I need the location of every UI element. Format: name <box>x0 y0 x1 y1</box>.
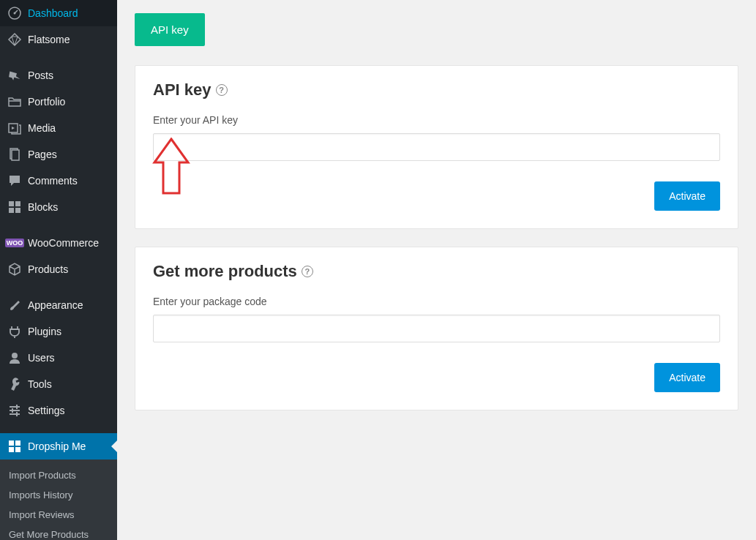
sidebar-item-settings[interactable]: Settings <box>0 397 117 424</box>
users-icon <box>7 350 22 365</box>
svg-rect-10 <box>10 406 20 408</box>
sidebar-item-label: Settings <box>28 405 65 416</box>
svg-rect-8 <box>15 208 20 213</box>
sidebar-item-comments[interactable]: Comments <box>0 168 117 194</box>
sidebar-item-plugins[interactable]: Plugins <box>0 318 117 345</box>
panel-heading: API key ? <box>153 80 720 100</box>
submenu-item-import-products[interactable]: Import Products <box>0 465 117 485</box>
sidebar-item-label: Dashboard <box>28 7 78 19</box>
sidebar-item-label: Products <box>28 263 68 275</box>
main-content: API key API key ? Enter your API key Act… <box>117 0 756 540</box>
pin-icon <box>7 68 22 83</box>
dashboard-icon <box>7 6 22 20</box>
tools-icon <box>7 377 22 391</box>
sidebar-item-dashboard[interactable]: Dashboard <box>0 0 117 26</box>
sidebar-item-tools[interactable]: Tools <box>0 371 117 397</box>
package-code-input[interactable] <box>153 315 720 342</box>
sidebar-item-blocks[interactable]: Blocks <box>0 194 117 220</box>
sidebar-item-label: Tools <box>28 378 52 390</box>
submenu-item-import-reviews[interactable]: Import Reviews <box>0 505 117 525</box>
sidebar-item-products[interactable]: Products <box>0 256 117 282</box>
sidebar-item-label: Blocks <box>28 201 58 213</box>
svg-rect-5 <box>9 201 14 206</box>
tab-api-key[interactable]: API key <box>135 13 205 46</box>
svg-rect-13 <box>16 405 18 409</box>
plugins-icon <box>7 324 22 339</box>
submenu-item-imports-history[interactable]: Imports History <box>0 485 117 505</box>
help-icon[interactable]: ? <box>302 266 313 277</box>
svg-rect-12 <box>10 413 20 415</box>
submenu-item-get-more-products[interactable]: Get More Products <box>0 525 117 540</box>
diamond-icon <box>7 32 22 47</box>
blocks-icon <box>7 200 22 214</box>
api-key-label: Enter your API key <box>153 114 720 126</box>
svg-rect-11 <box>10 410 20 411</box>
panel-heading-text: Get more products <box>153 262 297 281</box>
sidebar-item-dropship-me[interactable]: Dropship Me <box>0 433 117 460</box>
sidebar-item-label: Flatsome <box>28 34 70 45</box>
sidebar-item-flatsome[interactable]: Flatsome <box>0 26 117 53</box>
sidebar-item-portfolio[interactable]: Portfolio <box>0 89 117 115</box>
svg-rect-19 <box>15 447 20 452</box>
help-icon[interactable]: ? <box>216 84 228 96</box>
sidebar-item-label: Media <box>28 122 56 134</box>
settings-icon <box>7 403 22 418</box>
api-key-input[interactable] <box>153 133 720 161</box>
sidebar-item-label: Dropship Me <box>28 440 86 452</box>
package-code-label: Enter your package code <box>153 296 720 307</box>
panel-api-key: API key ? Enter your API key Activate <box>135 65 738 229</box>
sidebar-item-appearance[interactable]: Appearance <box>0 292 117 318</box>
activate-package-button[interactable]: Activate <box>654 363 720 392</box>
sidebar-item-label: WooCommerce <box>28 237 99 249</box>
svg-rect-16 <box>9 440 14 446</box>
svg-rect-17 <box>15 440 20 446</box>
activate-api-key-button[interactable]: Activate <box>654 181 720 211</box>
panel-heading: Get more products ? <box>153 262 720 281</box>
sidebar-item-label: Posts <box>28 70 53 81</box>
sidebar-item-label: Appearance <box>28 299 83 311</box>
sidebar-item-label: Pages <box>28 149 57 160</box>
svg-rect-6 <box>15 201 20 206</box>
products-icon <box>7 262 22 277</box>
sidebar-item-media[interactable]: Media <box>0 115 117 141</box>
svg-rect-15 <box>16 412 18 416</box>
media-icon <box>7 121 22 135</box>
pages-icon <box>7 147 22 162</box>
sidebar-submenu: Import ProductsImports HistoryImport Rev… <box>0 460 117 540</box>
sidebar-item-users[interactable]: Users <box>0 345 117 371</box>
woo-icon: WOO <box>7 236 22 250</box>
grid-icon <box>7 439 22 454</box>
panel-get-more-products: Get more products ? Enter your package c… <box>135 247 738 410</box>
sidebar-item-label: Users <box>28 352 55 364</box>
sidebar-item-label: Portfolio <box>28 96 65 108</box>
svg-rect-18 <box>9 447 14 452</box>
admin-sidebar: DashboardFlatsomePostsPortfolioMediaPage… <box>0 0 117 540</box>
folder-icon <box>7 94 22 109</box>
sidebar-item-woocommerce[interactable]: WOOWooCommerce <box>0 230 117 256</box>
svg-point-1 <box>14 12 16 15</box>
sidebar-item-posts[interactable]: Posts <box>0 62 117 89</box>
brush-icon <box>7 298 22 312</box>
sidebar-item-pages[interactable]: Pages <box>0 141 117 168</box>
panel-heading-text: API key <box>153 80 212 100</box>
svg-rect-7 <box>9 208 14 213</box>
svg-rect-14 <box>12 408 13 413</box>
svg-point-9 <box>12 353 18 359</box>
sidebar-item-label: Plugins <box>28 326 61 337</box>
comment-icon <box>7 173 22 188</box>
svg-rect-4 <box>12 150 19 160</box>
sidebar-item-label: Comments <box>28 175 78 187</box>
